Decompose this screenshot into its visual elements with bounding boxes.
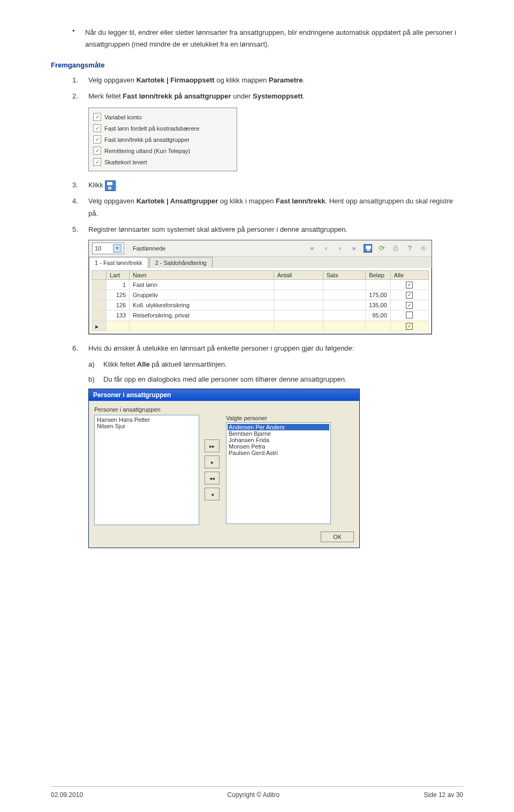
col-belop[interactable]: Beløp	[366, 270, 391, 279]
step-number: 4.	[72, 195, 88, 219]
step-3: 3. Klikk .	[72, 179, 463, 191]
bullet-marker: •	[72, 27, 85, 50]
step-4: 4. Velg oppgaven Kartotek | Ansattgruppe…	[72, 195, 463, 219]
chevron-down-icon[interactable]: ▾	[113, 244, 122, 253]
checkbox-icon[interactable]: ✓	[406, 292, 413, 299]
step-1: 1. Velg oppgaven Kartotek | Firmaoppsett…	[72, 74, 463, 86]
substep-text: Klikk feltet Alle på aktuell lønnsartlin…	[103, 359, 227, 370]
step-5: 5. Registrer lønnsarter som systemet ska…	[72, 224, 463, 236]
selected-persons-label: Valgte personer	[226, 415, 331, 421]
table-row[interactable]: 125 Gruppeliv 175,00 ✓	[92, 290, 429, 300]
checkbox-label: Skattekort levert	[104, 159, 147, 165]
list-item-selected[interactable]: Andersen Per Anders	[228, 424, 329, 430]
refresh-icon[interactable]: ⟳	[377, 244, 387, 253]
wage-types-grid: Lart Navn Antall Sats Beløp Alle 1 Fast …	[92, 270, 429, 331]
checkbox-icon[interactable]: ✓	[406, 323, 413, 330]
substep-text: Du får opp en dialogboks med alle person…	[103, 374, 347, 385]
exit-icon[interactable]: ⎋	[419, 244, 428, 253]
step-text: Klikk .	[88, 179, 463, 191]
step-text: Velg oppgaven Kartotek | Firmaoppsett og…	[88, 74, 463, 86]
checkbox-label: Fast lønn fordelt på kostnadsbærere	[104, 125, 199, 132]
footer-date: 02.09.2010	[51, 791, 83, 799]
tab-saldo[interactable]: 2 - Saldohåndtering	[149, 257, 213, 268]
list-item[interactable]: Hansen Hans Petter	[96, 416, 198, 423]
step-text: Hvis du ønsker å utelukke en lønnsart på…	[88, 343, 463, 354]
help-icon[interactable]: ?	[405, 244, 414, 253]
step-number: 1.	[72, 74, 88, 86]
page-footer: 02.09.2010 Copyright © Aditro Side 12 av…	[51, 786, 463, 799]
footer-copyright: Copyright © Aditro	[228, 791, 280, 799]
print-icon[interactable]: ⎙	[391, 244, 400, 253]
step-number: 3.	[72, 179, 88, 191]
step-number: 5.	[72, 224, 88, 236]
intro-bullet: • Når du legger til, endrer eller slette…	[72, 27, 463, 50]
col-navn[interactable]: Navn	[130, 270, 274, 279]
step-6b: b) Du får opp en dialogboks med alle per…	[88, 374, 463, 385]
list-item[interactable]: Paulsen Gerd Astri	[228, 450, 329, 456]
checkbox-icon[interactable]: ✓	[93, 124, 101, 132]
move-all-right-button[interactable]: ▸▸	[205, 439, 220, 452]
move-right-button[interactable]: ▸	[205, 456, 220, 468]
last-icon[interactable]: »	[349, 244, 359, 253]
dialog-group-label: Personer i ansattgruppen	[94, 406, 354, 413]
persons-dialog: Personer i ansattgruppen Personer i ansa…	[88, 389, 360, 548]
checkbox-icon[interactable]: ✓	[93, 135, 101, 143]
list-item[interactable]: Nilsen Sjur	[96, 423, 198, 429]
move-left-button[interactable]: ◂	[205, 488, 220, 500]
table-tabs: 1 - Fast lønn/trekk 2 - Saldohåndtering	[89, 257, 432, 268]
col-lart[interactable]: Lart	[107, 270, 130, 279]
substep-label: a)	[88, 359, 103, 370]
checkbox-row[interactable]: ✓ Skattekort levert	[93, 156, 232, 168]
prev-icon[interactable]: ‹	[321, 244, 331, 253]
checkbox-icon[interactable]: ✓	[93, 147, 101, 155]
row-header-col	[92, 270, 107, 279]
col-alle[interactable]: Alle	[390, 270, 428, 279]
step-number: 2.	[72, 90, 88, 102]
checkbox-icon[interactable]: ✓	[406, 302, 413, 309]
list-item[interactable]: Johansen Frida	[228, 437, 329, 443]
checkbox-label: Remittering utland (Kun Telepay)	[104, 148, 190, 154]
save-icon[interactable]	[363, 244, 373, 253]
table-toolbar: 10 ▾ Fastlønnede « ‹ › » ⟳ ⎙ ? ⎋	[89, 240, 432, 257]
step-text: Registrer lønnsarter som systemet skal a…	[88, 224, 463, 236]
checkbox-icon[interactable]	[406, 312, 413, 318]
employee-group-table: 10 ▾ Fastlønnede « ‹ › » ⟳ ⎙ ? ⎋ 1 - Fas…	[88, 240, 432, 335]
step-text: Merk feltet Fast lønn/trekk på ansattgru…	[88, 90, 463, 102]
first-icon[interactable]: «	[307, 244, 317, 253]
table-row[interactable]: 1 Fast lønn ✓	[92, 279, 429, 290]
procedure-heading: Fremgangsmåte	[51, 61, 463, 69]
move-all-left-button[interactable]: ◂◂	[205, 472, 220, 484]
checkbox-row[interactable]: ✓ Fast lønn/trekk på ansattgrupper	[93, 134, 232, 145]
table-row[interactable]: 126 Koll. ulykkesforsikring 135,00 ✓	[92, 300, 429, 310]
tab-fast-lonn[interactable]: 1 - Fast lønn/trekk	[89, 257, 148, 268]
save-icon	[105, 180, 116, 191]
checkbox-row[interactable]: ✓ Remittering utland (Kun Telepay)	[93, 145, 232, 156]
checkbox-row[interactable]: ✓ Variabel konto	[93, 111, 232, 123]
step-number: 6.	[72, 343, 88, 354]
table-row[interactable]: 133 Reiseforsikring, privat 95,00	[92, 310, 429, 321]
footer-page: Side 12 av 30	[424, 791, 463, 799]
selected-persons-list[interactable]: Andersen Per Anders Berntsen Bjarne Joha…	[226, 422, 331, 524]
next-icon[interactable]: ›	[335, 244, 345, 253]
step-text: Velg oppgaven Kartotek | Ansattgrupper o…	[88, 195, 463, 219]
list-item[interactable]: Berntsen Bjarne	[228, 430, 329, 437]
col-sats[interactable]: Sats	[323, 270, 366, 279]
checkbox-icon[interactable]: ✓	[406, 282, 413, 289]
checkbox-label: Fast lønn/trekk på ansattgrupper	[104, 136, 190, 143]
system-settings-checkboxes: ✓ Variabel konto ✓ Fast lønn fordelt på …	[88, 108, 237, 171]
checkbox-row[interactable]: ✓ Fast lønn fordelt på kostnadsbærere	[93, 123, 232, 134]
step-2: 2. Merk feltet Fast lønn/trekk på ansatt…	[72, 90, 463, 102]
table-row-active[interactable]: ✓	[92, 321, 429, 331]
checkbox-label: Variabel konto	[104, 114, 142, 120]
step-6: 6. Hvis du ønsker å utelukke en lønnsart…	[72, 343, 463, 354]
group-name: Fastlønnede	[133, 245, 165, 252]
group-id-dropdown[interactable]: 10 ▾	[92, 242, 124, 254]
checkbox-icon[interactable]: ✓	[93, 158, 101, 166]
col-antall[interactable]: Antall	[274, 270, 323, 279]
substep-label: b)	[88, 374, 103, 385]
available-persons-list[interactable]: Hansen Hans Petter Nilsen Sjur	[94, 415, 199, 525]
intro-text: Når du legger til, endrer eller sletter …	[85, 27, 463, 50]
list-item[interactable]: Monsen Petra	[228, 443, 329, 450]
ok-button[interactable]: OK	[321, 532, 354, 542]
checkbox-icon[interactable]: ✓	[93, 113, 101, 121]
